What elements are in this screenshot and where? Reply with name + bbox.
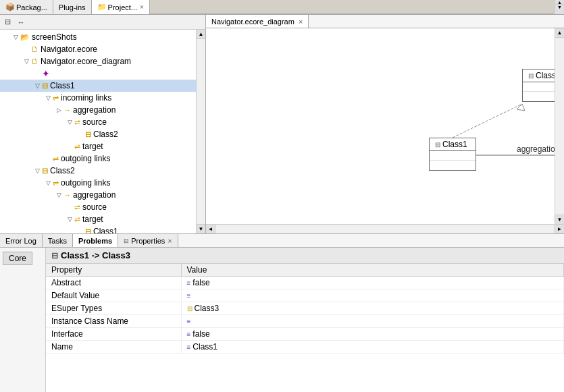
collapse-all-btn[interactable]: ⊟ bbox=[1, 16, 14, 28]
scroll-down-arrow[interactable]: ▼ bbox=[197, 224, 205, 233]
package-icon: 📦 bbox=[5, 3, 15, 11]
class1-label: Class1 bbox=[442, 140, 467, 149]
left-toolbar: ⊟ ↔ bbox=[0, 15, 205, 30]
tree-item-class1-ref[interactable]: ⊟ Class1 bbox=[0, 225, 196, 233]
tab-properties[interactable]: ⊟Properties × bbox=[118, 234, 178, 247]
tree-item-aggregation2[interactable]: ▽ → aggregation bbox=[0, 189, 196, 201]
links-icon: ⇌ bbox=[53, 94, 59, 103]
property-row[interactable]: ESuper Types⊟ Class3 bbox=[46, 302, 564, 315]
uml-box-class3[interactable]: ⊟ Class3 bbox=[522, 69, 555, 102]
tree-item-navigator-ecore-diagram[interactable]: ▽ 🗋 Navigator.ecore_diagram bbox=[0, 55, 196, 67]
tree-item-aggregation1[interactable]: ▷ → aggregation bbox=[0, 104, 196, 116]
properties-title: Class1 -> Class3 bbox=[61, 250, 130, 260]
property-name: Interface bbox=[46, 328, 181, 341]
diagram-scroll-down[interactable]: ▼ bbox=[555, 215, 564, 224]
bottom-panel: Error Log Tasks Problems ⊟Properties × C… bbox=[0, 233, 564, 392]
ecore-diagram-icon: 🗋 bbox=[31, 57, 39, 65]
diagram-svg bbox=[206, 28, 555, 224]
svg-line-2 bbox=[453, 104, 522, 138]
class3-label: Class3 bbox=[536, 71, 555, 80]
diagram-scroll-left[interactable]: ◄ bbox=[206, 225, 215, 234]
class1-ref-icon: ⊟ bbox=[85, 227, 91, 234]
diagram-scrollbar-right[interactable]: ▲ ▼ bbox=[555, 28, 564, 224]
property-row[interactable]: Name≡ Class1 bbox=[46, 341, 564, 354]
diagram-scroll-up[interactable]: ▲ bbox=[555, 28, 564, 38]
scroll-down[interactable]: ▼ bbox=[555, 5, 564, 9]
aggregation-label: aggregation bbox=[517, 144, 555, 154]
properties-area: ⊟ Class1 -> Class3 Property Value Abstra… bbox=[46, 248, 564, 392]
tree-item-purple-node[interactable]: ✦ bbox=[0, 67, 196, 80]
uml-box-class1[interactable]: ⊟ Class1 bbox=[429, 138, 476, 171]
tree-item-outgoing-links2[interactable]: ▽ ⇌ outgoing links bbox=[0, 177, 196, 189]
class-ref-icon: ⊟ bbox=[85, 130, 91, 139]
bottom-tabs: Error Log Tasks Problems ⊟Properties × bbox=[0, 234, 564, 248]
diagram-scrollbar-bottom[interactable]: ◄ ► bbox=[206, 224, 564, 233]
main-container: 📦 Packag... Plug-ins 📁 Project... × ▲ ▼ … bbox=[0, 0, 564, 392]
left-panel: ⊟ ↔ ▽ 📂 screenShots 🗋 Navigator.ecore bbox=[0, 15, 206, 233]
ecore-icon: 🗋 bbox=[31, 45, 39, 53]
folder-icon: 📁 bbox=[97, 3, 107, 11]
property-row[interactable]: Default Value≡ bbox=[46, 289, 564, 302]
folder-open-icon: 📂 bbox=[20, 33, 30, 42]
tree-item-incoming-links[interactable]: ▽ ⇌ incoming links bbox=[0, 92, 196, 104]
tab-problems[interactable]: Problems bbox=[73, 234, 118, 247]
target-icon: ⇌ bbox=[74, 142, 80, 151]
col-value: Value bbox=[181, 264, 564, 277]
target2-icon: ⇌ bbox=[74, 215, 80, 224]
purple-node-icon: ✦ bbox=[42, 68, 50, 79]
tab-package[interactable]: 📦 Packag... bbox=[0, 0, 53, 14]
tree-item-navigator-ecore[interactable]: 🗋 Navigator.ecore bbox=[0, 43, 196, 55]
diagram-tab-label: Navigator.ecore_diagram bbox=[211, 18, 294, 26]
property-value: ≡ Class1 bbox=[181, 341, 564, 354]
col-property: Property bbox=[46, 264, 181, 277]
diagram-content-area: ⊟ Class3 ⊟ Class1 bbox=[206, 28, 564, 224]
tab-plugins[interactable]: Plug-ins bbox=[53, 0, 92, 14]
tree-item-class2[interactable]: ▽ ⊟ Class2 bbox=[0, 165, 196, 177]
link-arrow-icon: → bbox=[63, 106, 71, 114]
outgoing-links-icon: ⇌ bbox=[53, 155, 59, 163]
property-value: ≡ bbox=[181, 289, 564, 302]
properties-header: ⊟ Class1 -> Class3 bbox=[46, 248, 564, 264]
right-panel: Navigator.ecore_diagram × bbox=[206, 15, 564, 233]
properties-table: Property Value Abstract≡ falseDefault Va… bbox=[46, 264, 564, 354]
bottom-content: Core ⊟ Class1 -> Class3 Property Value bbox=[0, 248, 564, 392]
property-row[interactable]: Abstract≡ false bbox=[46, 277, 564, 289]
diagram-header: Navigator.ecore_diagram × bbox=[206, 15, 564, 28]
tree-item-target2[interactable]: ▽ ⇌ target bbox=[0, 213, 196, 225]
tree-scrollbar[interactable]: ▲ ▼ bbox=[196, 30, 205, 233]
tab-plugins-label: Plug-ins bbox=[59, 3, 86, 11]
property-value: ⊟ Class3 bbox=[181, 302, 564, 315]
tree-item-class2-ref[interactable]: ⊟ Class2 bbox=[0, 128, 196, 140]
property-row[interactable]: Instance Class Name≡ bbox=[46, 315, 564, 328]
tab-package-label: Packag... bbox=[16, 3, 47, 11]
tab-error-log[interactable]: Error Log bbox=[0, 234, 43, 247]
diagram-tab[interactable]: Navigator.ecore_diagram × bbox=[206, 15, 309, 28]
property-name: Default Value bbox=[46, 289, 181, 302]
property-value: ≡ bbox=[181, 315, 564, 328]
class1-header: ⊟ Class1 bbox=[430, 138, 476, 151]
class3-header: ⊟ Class3 bbox=[523, 69, 555, 82]
property-name: Name bbox=[46, 341, 181, 354]
tree-item-screenshots[interactable]: ▽ 📂 screenShots bbox=[0, 31, 196, 43]
scroll-up[interactable]: ▲ bbox=[555, 0, 564, 5]
tree-item-source1[interactable]: ▽ ⇌ source bbox=[0, 116, 196, 128]
tab-tasks[interactable]: Tasks bbox=[43, 234, 73, 247]
class-icon: ⊟ bbox=[42, 82, 48, 90]
tree-area[interactable]: ▽ 📂 screenShots 🗋 Navigator.ecore ▽ 🗋 Na bbox=[0, 30, 205, 233]
core-button[interactable]: Core bbox=[3, 252, 32, 265]
diagram-tab-close[interactable]: × bbox=[299, 18, 303, 26]
tree-item-target1[interactable]: ⇌ target bbox=[0, 140, 196, 152]
properties-close[interactable]: × bbox=[168, 237, 172, 245]
scroll-up-arrow[interactable]: ▲ bbox=[197, 30, 205, 39]
diagram-area[interactable]: ⊟ Class3 ⊟ Class1 bbox=[206, 28, 555, 224]
tree-item-outgoing-links1[interactable]: ⇌ outgoing links bbox=[0, 152, 196, 165]
bottom-left-sidebar: Core bbox=[0, 248, 46, 392]
class2-icon: ⊟ bbox=[42, 167, 48, 175]
link-with-editor-btn[interactable]: ↔ bbox=[15, 16, 27, 28]
tab-project[interactable]: 📁 Project... × bbox=[92, 0, 150, 14]
tree-item-class1[interactable]: ▽ ⊟ Class1 bbox=[0, 80, 196, 92]
diagram-scroll-right[interactable]: ► bbox=[555, 225, 564, 234]
tree-item-source2[interactable]: ⇌ source bbox=[0, 201, 196, 213]
tab-project-close[interactable]: × bbox=[140, 3, 144, 11]
property-row[interactable]: Interface≡ false bbox=[46, 328, 564, 341]
